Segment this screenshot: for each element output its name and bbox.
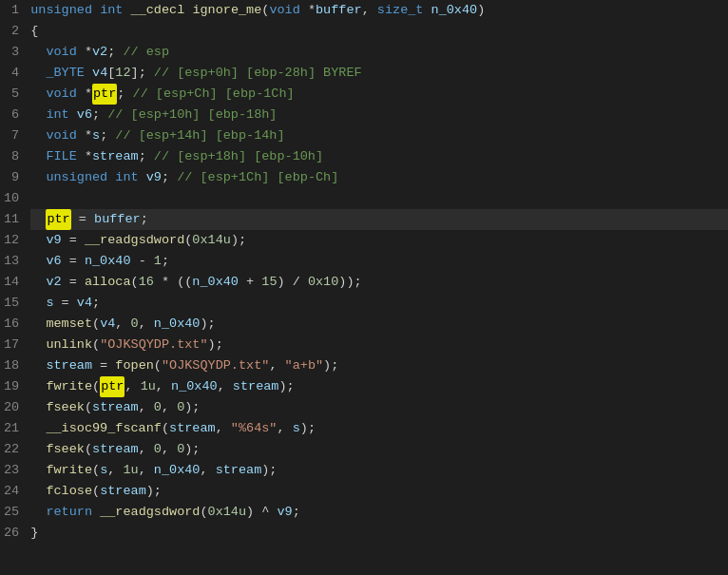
line-num-23: 23 <box>4 460 19 481</box>
line-num-4: 4 <box>4 63 19 84</box>
code-line-20: fseek(stream, 0, 0); <box>30 397 728 418</box>
line-num-8: 8 <box>4 146 19 167</box>
code-line-9: unsigned int v9; // [esp+1Ch] [ebp-Ch] <box>30 167 728 188</box>
code-line-12: v9 = __readgsdword(0x14u); <box>30 230 728 251</box>
line-num-25: 25 <box>4 502 19 523</box>
line-num-3: 3 <box>4 42 19 63</box>
code-line-7: void *s; // [esp+14h] [ebp-14h] <box>30 125 728 146</box>
line-num-2: 2 <box>4 21 19 42</box>
code-line-6: int v6; // [esp+10h] [ebp-18h] <box>30 105 728 125</box>
code-line-2: { <box>30 21 728 42</box>
code-line-17: unlink("OJKSQYDP.txt"); <box>30 335 728 355</box>
code-editor: 1 2 3 4 5 6 7 8 9 10 11 12 13 14 15 16 1… <box>0 0 728 544</box>
code-line-1: unsigned int __cdecl ignore_me(void *buf… <box>30 0 728 21</box>
line-numbers: 1 2 3 4 5 6 7 8 9 10 11 12 13 14 15 16 1… <box>0 0 27 544</box>
line-num-13: 13 <box>4 251 19 272</box>
line-num-11: 11 <box>4 209 19 230</box>
code-line-22: fseek(stream, 0, 0); <box>30 439 728 460</box>
code-line-21: __isoc99_fscanf(stream, "%64s", s); <box>30 418 728 439</box>
line-num-6: 6 <box>4 105 19 125</box>
code-lines: unsigned int __cdecl ignore_me(void *buf… <box>27 0 728 544</box>
line-num-16: 16 <box>4 314 19 335</box>
code-line-10 <box>30 188 728 209</box>
code-line-26: } <box>30 523 728 544</box>
code-line-19: fwrite(ptr, 1u, n_0x40, stream); <box>30 376 728 397</box>
code-line-18: stream = fopen("OJKSQYDP.txt", "a+b"); <box>30 355 728 376</box>
code-line-8: FILE *stream; // [esp+18h] [ebp-10h] <box>30 146 728 167</box>
line-num-20: 20 <box>4 397 19 418</box>
line-num-22: 22 <box>4 439 19 460</box>
line-num-9: 9 <box>4 167 19 188</box>
code-line-4: _BYTE v4[12]; // [esp+0h] [ebp-28h] BYRE… <box>30 63 728 84</box>
code-line-16: memset(v4, 0, n_0x40); <box>30 314 728 335</box>
code-line-14: v2 = alloca(16 * ((n_0x40 + 15) / 0x10))… <box>30 272 728 293</box>
line-num-21: 21 <box>4 418 19 439</box>
line-num-12: 12 <box>4 230 19 251</box>
code-line-24: fclose(stream); <box>30 481 728 502</box>
line-num-17: 17 <box>4 335 19 355</box>
line-num-14: 14 <box>4 272 19 293</box>
code-line-5: void *ptr; // [esp+Ch] [ebp-1Ch] <box>30 84 728 105</box>
line-num-19: 19 <box>4 376 19 397</box>
code-line-15: s = v4; <box>30 293 728 314</box>
code-line-25: return __readgsdword(0x14u) ^ v9; <box>30 502 728 523</box>
code-line-3: void *v2; // esp <box>30 42 728 63</box>
line-num-7: 7 <box>4 125 19 146</box>
line-num-15: 15 <box>4 293 19 314</box>
line-num-18: 18 <box>4 355 19 376</box>
code-line-13: v6 = n_0x40 - 1; <box>30 251 728 272</box>
line-num-24: 24 <box>4 481 19 502</box>
code-line-23: fwrite(s, 1u, n_0x40, stream); <box>30 460 728 481</box>
line-num-10: 10 <box>4 188 19 209</box>
code-line-11: ptr = buffer; <box>30 209 728 230</box>
line-num-1: 1 <box>4 0 19 21</box>
line-num-5: 5 <box>4 84 19 105</box>
line-num-26: 26 <box>4 523 19 544</box>
